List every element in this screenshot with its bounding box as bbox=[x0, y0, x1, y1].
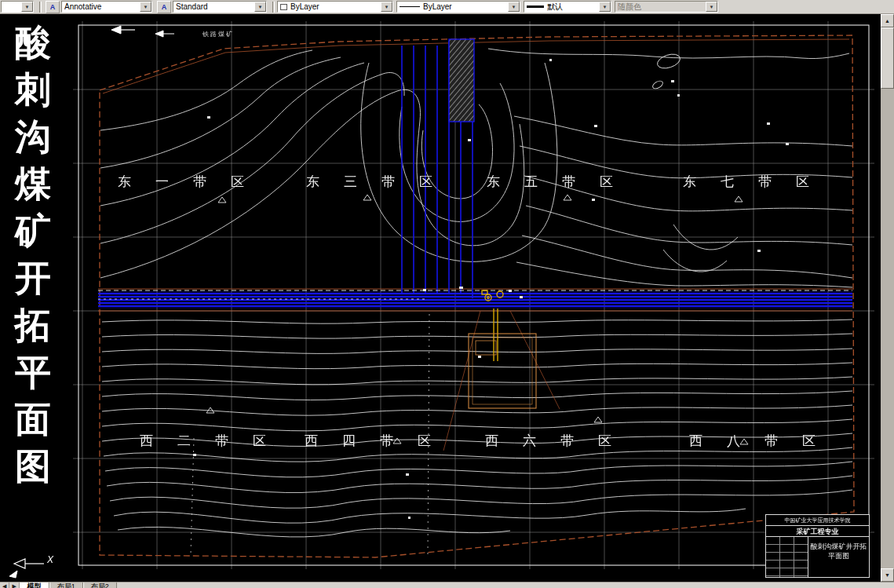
drawing-viewport bbox=[0, 14, 881, 582]
text-style-combo[interactable]: Annotative ▼ bbox=[61, 1, 152, 13]
plot-style-value: 随颜色 bbox=[618, 2, 704, 13]
title-block-signature-grid bbox=[766, 537, 808, 577]
title-block: 中国矿业大学应用技术学院 采矿工程专业 酸刺沟煤矿井开拓平面图 bbox=[765, 514, 870, 578]
title-block-drawing-name: 酸刺沟煤矿井开拓平面图 bbox=[808, 537, 869, 577]
district-label-west-8: 西八带区 bbox=[689, 432, 840, 450]
title-block-institution: 中国矿业大学应用技术学院 bbox=[766, 515, 869, 526]
title-block-department: 采矿工程专业 bbox=[766, 526, 869, 537]
adjacent-mine-label: 铁路煤矿 bbox=[203, 30, 234, 38]
color-swatch-icon bbox=[280, 4, 287, 10]
scrollbar-thumb[interactable] bbox=[881, 27, 894, 89]
tab-model[interactable]: 模型 bbox=[20, 583, 49, 588]
dim-style-value: Standard bbox=[176, 2, 253, 11]
toolbar-separator bbox=[39, 2, 42, 13]
scroll-down-button[interactable]: ▼ bbox=[881, 568, 894, 582]
belt-district-workings bbox=[402, 39, 474, 298]
tab-nav-prev-icon[interactable]: ◀ bbox=[0, 583, 9, 588]
district-label-west-2: 西二带区 bbox=[140, 432, 290, 450]
district-label-west-4: 西四带区 bbox=[305, 432, 455, 450]
vertical-scrollbar[interactable]: ▲ ▼ bbox=[881, 14, 894, 582]
lineweight-value: 默认 bbox=[547, 2, 597, 13]
layer-combo-partial[interactable]: ▼ bbox=[1, 1, 34, 13]
dropdown-icon[interactable]: ▼ bbox=[508, 2, 520, 12]
linetype-value: ByLayer bbox=[423, 2, 506, 11]
object-color-combo[interactable]: ByLayer ▼ bbox=[277, 1, 393, 13]
district-label-west-6: 西六带区 bbox=[485, 432, 636, 450]
model-space-canvas[interactable]: 酸刺沟煤矿开拓平面图 铁路煤矿 东一带区 东三带区 东五带区 东七带区 西二带区… bbox=[0, 14, 881, 582]
lineweight-combo[interactable]: 默认 ▼ bbox=[524, 1, 611, 13]
north-arrow-icon bbox=[111, 26, 174, 37]
dim-style-icon[interactable]: A bbox=[157, 1, 171, 13]
dropdown-icon[interactable]: ▼ bbox=[254, 2, 266, 12]
district-label-east-3: 东三带区 bbox=[306, 173, 457, 191]
benchmark-triangles bbox=[206, 195, 748, 444]
dropdown-icon[interactable]: ▼ bbox=[381, 2, 392, 12]
toolbar-separator bbox=[272, 2, 275, 13]
tab-layout2[interactable]: 布局2 bbox=[83, 583, 117, 588]
scroll-up-button[interactable]: ▲ bbox=[881, 14, 894, 27]
main-roadway-band bbox=[98, 290, 852, 309]
text-style-value: Annotative bbox=[64, 2, 138, 11]
dropdown-icon[interactable]: ▼ bbox=[599, 2, 611, 12]
styles-properties-toolbar: ▼ A Annotative ▼ A Standard ▼ ByLayer ▼ … bbox=[0, 0, 894, 14]
ucs-icon bbox=[9, 559, 44, 578]
lineweight-sample-icon bbox=[527, 5, 544, 8]
goaf-hatch-area bbox=[449, 39, 474, 122]
layout-tab-bar: ◀ ▶ 模型 布局1 布局2 bbox=[0, 582, 894, 588]
drawing-vertical-title: 酸刺沟煤矿开拓平面图 bbox=[12, 19, 54, 490]
tab-layout1[interactable]: 布局1 bbox=[49, 583, 83, 588]
linetype-combo[interactable]: ByLayer ▼ bbox=[396, 1, 520, 13]
object-color-value: ByLayer bbox=[290, 2, 379, 11]
dropdown-icon: ▼ bbox=[706, 2, 717, 12]
dropdown-icon[interactable]: ▼ bbox=[21, 2, 33, 12]
district-label-east-5: 东五带区 bbox=[487, 173, 637, 191]
tab-nav-next-icon[interactable]: ▶ bbox=[9, 583, 19, 588]
linetype-sample-icon bbox=[400, 6, 420, 7]
ucs-x-label: X bbox=[47, 554, 53, 565]
dim-style-combo[interactable]: Standard ▼ bbox=[173, 1, 267, 13]
district-label-east-1: 东一带区 bbox=[118, 173, 268, 191]
district-label-east-7: 东七带区 bbox=[683, 173, 834, 191]
plot-style-combo[interactable]: 随颜色 ▼ bbox=[615, 1, 718, 13]
scrollbar-track[interactable] bbox=[881, 89, 894, 568]
dropdown-icon[interactable]: ▼ bbox=[140, 2, 151, 12]
text-style-icon[interactable]: A bbox=[46, 1, 60, 13]
